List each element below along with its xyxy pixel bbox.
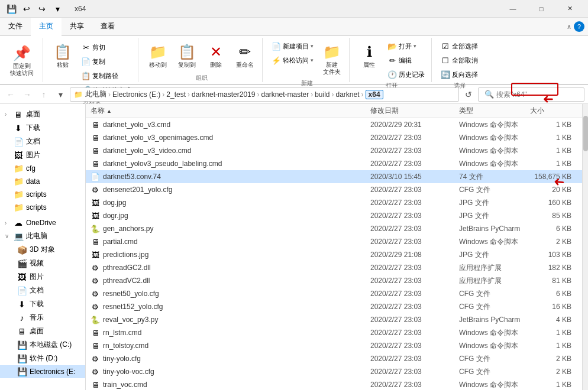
properties-button[interactable]: ℹ 属性 bbox=[356, 40, 383, 72]
file-row[interactable]: 🖥 darknet_yolov3_pseudo_labeling.cmd 202… bbox=[86, 157, 582, 170]
qat-save-btn[interactable]: 💾 bbox=[5, 2, 18, 15]
file-row[interactable]: 🖥 darknet_yolo_v3.cmd 2020/2/29 20:31 Wi… bbox=[86, 118, 582, 131]
close-button[interactable]: ✕ bbox=[556, 0, 583, 18]
qat-dropdown-btn[interactable]: ▾ bbox=[51, 2, 64, 15]
sidebar-item-pictures-2[interactable]: 🖼 图片 bbox=[0, 270, 85, 284]
tab-share[interactable]: 共享 bbox=[62, 18, 92, 35]
scrollbar-thumb[interactable] bbox=[583, 116, 588, 151]
col-size[interactable]: 大小 bbox=[530, 106, 577, 116]
easy-access-label: 轻松访问 bbox=[283, 56, 309, 65]
sidebar-item-documents-1[interactable]: 📄 文档 bbox=[0, 135, 85, 148]
col-date[interactable]: 修改日期 bbox=[370, 106, 459, 116]
paste-button[interactable]: 📋 粘贴 bbox=[49, 40, 76, 72]
pin-quick-access-button[interactable]: 📌 固定到快速访问 bbox=[6, 41, 38, 80]
sidebar-item-onedrive[interactable]: › ☁ OneDrive bbox=[0, 216, 85, 229]
file-row[interactable]: 📄 darknet53.conv.74 2020/3/10 15:45 74 文… bbox=[86, 170, 582, 183]
file-row[interactable]: ⚙ tiny-yolo.cfg 2020/2/27 23:03 CFG 文件 2… bbox=[86, 352, 582, 365]
file-row[interactable]: ⚙ tiny-yolo-voc.cfg 2020/2/27 23:03 CFG … bbox=[86, 365, 582, 378]
breadcrumb-darknet-master[interactable]: darknet-master bbox=[261, 90, 309, 99]
sidebar-item-scripts-2[interactable]: 📁 scripts bbox=[0, 201, 85, 214]
sidebar-item-pictures-1[interactable]: 🖼 图片 bbox=[0, 148, 85, 162]
address-bar[interactable]: 📁 此电脑 › Electronics (E:) › 2_test › dark… bbox=[70, 87, 459, 102]
sidebar-item-scripts-1[interactable]: 📁 scripts bbox=[0, 188, 85, 201]
file-row[interactable]: 🐍 reval_voc_py3.py 2020/2/27 23:03 JetBr… bbox=[86, 313, 582, 326]
open-button[interactable]: 📂 打开 ▾ bbox=[385, 40, 428, 53]
file-row[interactable]: 🖼 dogr.jpg 2020/2/27 23:03 JPG 文件 85 KB bbox=[86, 209, 582, 222]
qat-undo-btn[interactable]: ↩ bbox=[20, 2, 33, 15]
file-row[interactable]: ⚙ pthreadVC2.dll 2020/2/27 23:03 应用程序扩展 … bbox=[86, 274, 582, 287]
copy-to-button[interactable]: 📋 复制到 bbox=[173, 40, 201, 72]
sidebar-item-desktop-1[interactable]: › 🖥 桌面 bbox=[0, 108, 85, 121]
delete-button[interactable]: ✕ 删除 bbox=[202, 40, 230, 72]
sidebar-item-software-d[interactable]: 💾 软件 (D:) bbox=[0, 352, 85, 365]
select-all-button[interactable]: ☑ 全部选择 bbox=[438, 40, 481, 53]
file-row[interactable]: 🐍 gen_anchors.py 2020/2/27 23:03 JetBrai… bbox=[86, 222, 582, 235]
breadcrumb-pc[interactable]: 此电脑 bbox=[85, 89, 106, 99]
maximize-button[interactable]: □ bbox=[528, 0, 555, 18]
vertical-scrollbar[interactable] bbox=[582, 104, 588, 390]
col-type[interactable]: 类型 bbox=[459, 106, 530, 116]
file-row[interactable]: 🖥 rn_lstm.cmd 2020/2/27 23:03 Windows 命令… bbox=[86, 326, 582, 339]
sidebar-item-desktop-2[interactable]: 🖥 桌面 bbox=[0, 324, 85, 338]
help-button[interactable]: ? bbox=[574, 21, 584, 32]
sidebar-item-cfg[interactable]: 📁 cfg bbox=[0, 162, 85, 175]
file-row[interactable]: 🖥 darknet_yolo_v3_video.cmd 2020/2/27 23… bbox=[86, 144, 582, 157]
file-row[interactable]: 🖥 darknet_yolo_v3_openimages.cmd 2020/2/… bbox=[86, 131, 582, 144]
sidebar-item-music[interactable]: ♪ 音乐 bbox=[0, 311, 85, 324]
qat-redo-btn[interactable]: ↪ bbox=[35, 2, 49, 15]
file-row[interactable]: ⚙ densenet201_yolo.cfg 2020/2/27 23:03 C… bbox=[86, 183, 582, 196]
tab-home[interactable]: 主页 bbox=[31, 18, 62, 36]
deselect-all-button[interactable]: ☐ 全部取消 bbox=[438, 54, 481, 67]
up-button[interactable]: ↑ bbox=[37, 87, 51, 102]
new-item-button[interactable]: 📄 新建项目 ▾ bbox=[269, 40, 316, 53]
file-row[interactable]: 🖥 partial.cmd 2020/2/27 23:03 Windows 命令… bbox=[86, 235, 582, 248]
recent-locations-button[interactable]: ▾ bbox=[53, 87, 67, 102]
onedrive-icon: ☁ bbox=[14, 218, 23, 228]
ribbon-collapse-btn[interactable]: ∧ bbox=[567, 23, 571, 31]
refresh-button[interactable]: ↺ bbox=[461, 87, 476, 102]
search-input[interactable] bbox=[496, 90, 579, 99]
sidebar-item-3d-objects[interactable]: 📦 3D 对象 bbox=[0, 243, 85, 256]
sidebar-item-videos[interactable]: 🎬 视频 bbox=[0, 256, 85, 270]
breadcrumb-2test[interactable]: 2_test bbox=[166, 90, 186, 99]
file-row[interactable]: 🖼 predictions.jpg 2020/2/29 21:08 JPG 文件… bbox=[86, 248, 582, 261]
file-row[interactable]: 🖥 rn_tolstoy.cmd 2020/2/27 23:03 Windows… bbox=[86, 339, 582, 352]
breadcrumb-build[interactable]: build bbox=[315, 90, 329, 99]
breadcrumb-x64[interactable]: x64 bbox=[366, 90, 383, 99]
breadcrumb-darknet2019[interactable]: darknet-master2019 bbox=[192, 90, 255, 99]
cut-button[interactable]: ✂ 剪切 bbox=[78, 41, 134, 54]
easy-access-button[interactable]: ⚡ 轻松访问 ▾ bbox=[269, 54, 316, 67]
new-folder-button[interactable]: 📁 新建文件夹 bbox=[318, 40, 345, 79]
file-size: 6 KB bbox=[530, 290, 577, 298]
file-row[interactable]: 🖥 train_voc.cmd 2020/2/27 23:03 Windows … bbox=[86, 378, 582, 390]
back-button[interactable]: ← bbox=[4, 87, 18, 102]
history-button[interactable]: 🕐 历史记录 bbox=[385, 68, 428, 81]
minimize-button[interactable]: — bbox=[499, 0, 526, 18]
forward-button[interactable]: → bbox=[20, 87, 34, 102]
sidebar-item-electronics-e[interactable]: 💾 Electronics (E: bbox=[0, 365, 85, 378]
search-box[interactable]: 🔍 bbox=[478, 87, 584, 102]
file-type: JetBrains PyCharm bbox=[459, 225, 530, 233]
file-row[interactable]: ⚙ resnet152_yolo.cfg 2020/2/27 23:03 CFG… bbox=[86, 300, 582, 313]
sidebar-item-local-disk-c[interactable]: 💾 本地磁盘 (C:) bbox=[0, 338, 85, 352]
file-row[interactable]: ⚙ resnet50_yolo.cfg 2020/2/27 23:03 CFG … bbox=[86, 287, 582, 300]
sidebar-item-downloads-1[interactable]: ⬇ 下载 bbox=[0, 121, 85, 135]
edit-button[interactable]: ✏ 编辑 bbox=[385, 54, 428, 67]
tab-view[interactable]: 查看 bbox=[92, 18, 123, 35]
tab-file[interactable]: 文件 bbox=[0, 18, 31, 35]
file-size: 1 KB bbox=[530, 134, 577, 142]
sidebar-item-downloads-2[interactable]: ⬇ 下载 bbox=[0, 297, 85, 311]
invert-selection-button[interactable]: 🔄 反向选择 bbox=[438, 68, 481, 81]
sidebar-item-this-pc[interactable]: ∨ 💻 此电脑 bbox=[0, 229, 85, 243]
move-to-button[interactable]: 📁 移动到 bbox=[144, 40, 172, 72]
sidebar-item-data[interactable]: 📁 data bbox=[0, 175, 85, 188]
copy-button[interactable]: 📄 复制 bbox=[78, 55, 134, 68]
file-row[interactable]: ⚙ pthreadGC2.dll 2020/2/27 23:03 应用程序扩展 … bbox=[86, 261, 582, 274]
file-row[interactable]: 🖼 dog.jpg 2020/2/27 23:03 JPG 文件 160 KB bbox=[86, 196, 582, 209]
breadcrumb-electronics[interactable]: Electronics (E:) bbox=[112, 90, 160, 99]
sidebar-item-documents-2[interactable]: 📄 文档 bbox=[0, 284, 85, 297]
rename-button[interactable]: ✏ 重命名 bbox=[231, 40, 259, 72]
col-name[interactable]: 名称 ▲ bbox=[91, 106, 370, 116]
copy-path-button[interactable]: 📋 复制路径 bbox=[78, 69, 134, 82]
breadcrumb-darknet[interactable]: darknet bbox=[336, 90, 360, 99]
